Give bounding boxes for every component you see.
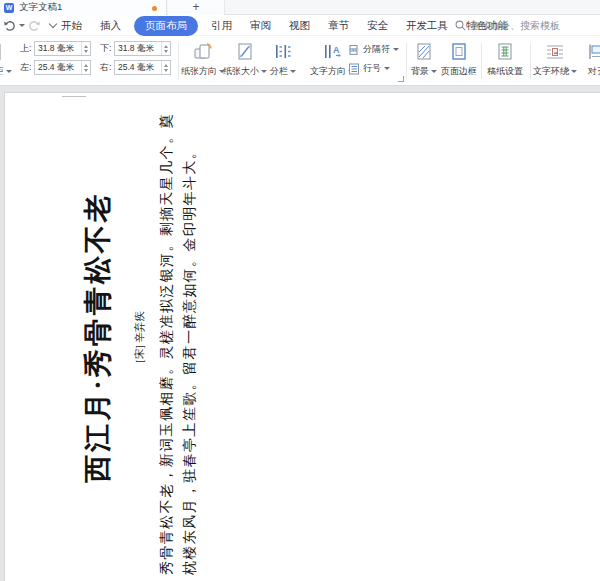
- modified-dot: [152, 6, 157, 11]
- breaks-icon: [348, 44, 360, 56]
- margin-left-label: 左:: [20, 61, 34, 74]
- page-border-icon: [449, 39, 469, 65]
- redo-icon[interactable]: [28, 19, 41, 32]
- group-separator: [481, 43, 482, 79]
- paper-size-icon: [235, 39, 255, 65]
- menu-item-page-layout[interactable]: 页面布局: [134, 16, 198, 36]
- margin-right-value: 25.4 毫米: [115, 62, 161, 74]
- dropdown-caret-icon: [393, 48, 399, 51]
- align-icon: [586, 39, 600, 65]
- document-tab[interactable]: W 文字文稿1: [0, 0, 167, 15]
- line-numbers-icon: [348, 63, 360, 75]
- margin-right-field[interactable]: 25.4 毫米: [114, 60, 171, 75]
- background-icon: [414, 39, 434, 65]
- text-direction-icon: A: [321, 39, 343, 65]
- align-label: 对齐: [588, 65, 600, 78]
- page-border-button[interactable]: 页面边框: [438, 39, 480, 83]
- grid-paper-label: 稿纸设置: [487, 65, 523, 78]
- columns-label: 分栏: [270, 65, 288, 78]
- text-direction-label: 文字方向: [310, 65, 346, 78]
- margin-bottom-field[interactable]: 31.8 毫米: [114, 41, 171, 56]
- dialog-launcher-icon[interactable]: [398, 76, 404, 82]
- text-wrap-icon: [544, 39, 566, 65]
- page-margins-label: 页边距: [0, 65, 4, 78]
- document-area: 西江月·秀骨青松不老 [宋] 辛弃疾 秀骨青松不老，新词玉佩相磨。灵槎准拟泛银河…: [0, 88, 600, 581]
- spinner-down-icon: [84, 69, 88, 72]
- ribbon: 页边距 上: 31.8 毫米 下: 31.8 毫米 左: 25.4 毫米 右: …: [0, 36, 600, 86]
- spinner-up-icon: [164, 64, 168, 67]
- menu-item-security[interactable]: 安全: [358, 17, 397, 35]
- spinner-down-icon: [84, 50, 88, 53]
- field-spinner[interactable]: [81, 61, 90, 74]
- rotated-text-block: 西江月·秀骨青松不老 [宋] 辛弃疾 秀骨青松不老，新词玉佩相磨。灵槎准拟泛银河…: [8, 93, 248, 581]
- margin-left-value: 25.4 毫米: [35, 62, 81, 74]
- background-button[interactable]: 背景: [408, 39, 440, 83]
- align-button[interactable]: 对齐: [577, 39, 600, 83]
- dropdown-caret-icon: [6, 70, 12, 73]
- menu-items: 开始 插入 页面布局 引用 审阅 视图 章节 安全 开发工具 特色功能: [52, 15, 517, 36]
- paper-orientation-button[interactable]: 纸张方向: [180, 39, 226, 83]
- margin-top-label: 上:: [20, 42, 34, 55]
- menu-item-dev-tools[interactable]: 开发工具: [397, 17, 457, 35]
- field-spinner[interactable]: [81, 42, 90, 55]
- search-label: 查找命令、搜索模板: [470, 19, 560, 33]
- page-margins-icon: [0, 39, 4, 65]
- columns-button[interactable]: 分栏: [264, 39, 302, 83]
- group-separator: [178, 43, 179, 79]
- menu-item-review[interactable]: 审阅: [241, 17, 280, 35]
- group-separator: [406, 43, 407, 79]
- margin-bottom-value: 31.8 毫米: [115, 43, 161, 55]
- poem-line[interactable]: 秀骨青松不老，新词玉佩相磨。灵槎准拟泛银河。剩摘天星几个。奠: [155, 99, 178, 575]
- paper-orientation-icon: [192, 39, 214, 65]
- spinner-up-icon: [84, 45, 88, 48]
- poem-title[interactable]: 西江月·秀骨青松不老: [76, 99, 120, 575]
- command-search[interactable]: 查找命令、搜索模板: [455, 15, 560, 36]
- text-wrap-button[interactable]: 文字环绕: [531, 39, 579, 83]
- svg-text:A: A: [333, 45, 340, 55]
- new-tab-button[interactable]: +: [168, 0, 225, 15]
- columns-icon: [273, 39, 293, 65]
- poem-body[interactable]: 秀骨青松不老，新词玉佩相磨。灵槎准拟泛银河。剩摘天星几个。奠 枕楼东风月，驻春亭…: [155, 99, 201, 575]
- background-label: 背景: [411, 65, 429, 78]
- menu-item-references[interactable]: 引用: [202, 17, 241, 35]
- paper-orientation-label: 纸张方向: [181, 65, 217, 78]
- document-page[interactable]: 西江月·秀骨青松不老 [宋] 辛弃疾 秀骨青松不老，新词玉佩相磨。灵槎准拟泛银河…: [4, 92, 600, 581]
- page-border-label: 页面边框: [441, 65, 477, 78]
- field-spinner[interactable]: [161, 42, 170, 55]
- margin-bottom-label: 下:: [100, 42, 114, 55]
- page-margins-button[interactable]: 页边距: [0, 39, 18, 83]
- paper-size-button[interactable]: 纸张大小: [222, 39, 268, 83]
- text-wrap-label: 文字环绕: [533, 65, 569, 78]
- spinner-down-icon: [164, 69, 168, 72]
- undo-icon[interactable]: [3, 19, 16, 32]
- search-icon: [455, 20, 466, 31]
- line-numbers-button[interactable]: 行号: [348, 61, 399, 76]
- undo-dropdown-icon[interactable]: [19, 24, 25, 27]
- dropdown-caret-icon: [290, 70, 296, 73]
- breaks-button[interactable]: 分隔符: [348, 42, 399, 57]
- menu-item-section[interactable]: 章节: [319, 17, 358, 35]
- grid-paper-icon: [495, 39, 515, 65]
- tab-bar: W 文字文稿1 +: [0, 0, 600, 15]
- line-numbers-label: 行号: [363, 62, 381, 75]
- wps-writer-icon: W: [4, 3, 14, 13]
- dropdown-caret-icon: [431, 70, 437, 73]
- menu-item-home[interactable]: 开始: [52, 17, 91, 35]
- margin-top-value: 31.8 毫米: [35, 43, 81, 55]
- margin-right-label: 右:: [100, 61, 114, 74]
- menu-item-view[interactable]: 视图: [280, 17, 319, 35]
- margin-left-field[interactable]: 25.4 毫米: [34, 60, 91, 75]
- poem-author[interactable]: [宋] 辛弃疾: [132, 99, 147, 575]
- grid-paper-button[interactable]: 稿纸设置: [483, 39, 527, 83]
- breaks-label: 分隔符: [363, 43, 390, 56]
- menu-item-insert[interactable]: 插入: [91, 17, 130, 35]
- breaks-linenumber-stack: 分隔符 行号: [348, 42, 399, 80]
- margin-top-field[interactable]: 31.8 毫米: [34, 41, 91, 56]
- dropdown-caret-icon: [384, 67, 390, 70]
- spinner-up-icon: [164, 45, 168, 48]
- margin-fields: 上: 31.8 毫米 下: 31.8 毫米 左: 25.4 毫米 右: 25.4…: [20, 41, 180, 79]
- poem-line[interactable]: 枕楼东风月，驻春亭上笙歌。留君一醉意如何。金印明年斗大。: [178, 99, 201, 575]
- paper-size-label: 纸张大小: [223, 65, 259, 78]
- field-spinner[interactable]: [161, 61, 170, 74]
- spinner-down-icon: [164, 50, 168, 53]
